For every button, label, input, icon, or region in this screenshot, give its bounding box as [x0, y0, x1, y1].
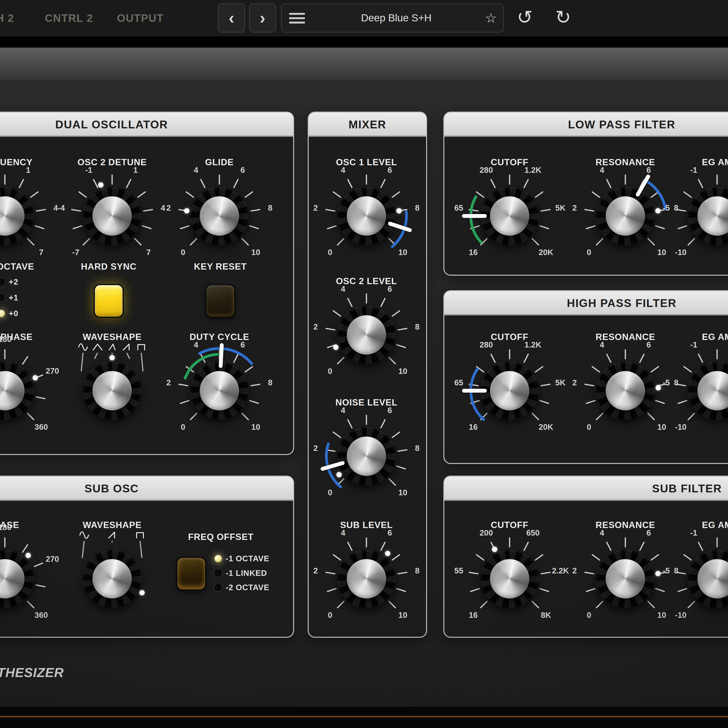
menu-icon[interactable]	[289, 11, 305, 26]
tick-mark	[676, 209, 686, 212]
octave-option-plus1[interactable]: +1	[0, 293, 18, 302]
knob-hpf-eg-amt[interactable]: EG AM-10-5-11510	[654, 327, 728, 454]
freq-offset-led-2	[214, 569, 222, 577]
knob-label-mixer-sub-level: SUB LEVEL	[303, 520, 430, 530]
knob-mixer-sub-level[interactable]: SUB LEVEL0246810	[303, 515, 430, 642]
knob-mixer-osc1-level[interactable]: OSC 1 LEVEL0246810	[303, 153, 430, 279]
freq-offset-option-label: -2 OCTAVE	[226, 583, 269, 592]
redo-icon[interactable]: ↻	[555, 4, 571, 31]
tick-mark	[687, 600, 695, 609]
knob-cap	[490, 371, 529, 410]
tick-mark	[584, 384, 595, 387]
tick-mark	[476, 554, 485, 561]
tick-label: 2	[313, 322, 318, 332]
tick-mark	[219, 174, 220, 185]
tick-mark	[26, 237, 34, 246]
knob-pointer	[184, 208, 190, 214]
tick-label: 2	[572, 378, 577, 387]
tab-output[interactable]: OUTPUT	[117, 12, 164, 24]
tab-synth-2[interactable]: TH 2	[0, 12, 14, 24]
tick-mark	[687, 237, 695, 246]
tick-mark	[26, 412, 34, 420]
tick-label: 8K	[541, 610, 551, 620]
tick-label: 0	[587, 610, 591, 620]
tick-mark	[200, 179, 206, 188]
tick-mark	[30, 191, 39, 198]
brand-text: THESIZER	[0, 665, 64, 680]
tick-mark	[34, 225, 44, 229]
octave-label: OCTAVE	[0, 262, 34, 272]
key-reset-button[interactable]	[205, 284, 236, 318]
favorite-star-icon[interactable]: ☆	[485, 11, 497, 26]
pulse-icon	[138, 344, 145, 350]
hard-sync-button[interactable]	[94, 284, 124, 318]
tick-mark	[5, 537, 6, 548]
tick-label: 8	[415, 322, 419, 332]
octave-option-label: +1	[9, 293, 18, 302]
tick-label: 10	[251, 248, 260, 257]
tick-mark	[531, 600, 539, 609]
octave-led-plus0	[0, 310, 5, 317]
tick-mark	[327, 588, 337, 592]
tick-mark	[683, 366, 692, 373]
freq-offset-button[interactable]	[176, 557, 206, 590]
tick-label: 16	[469, 610, 478, 620]
tick-mark	[332, 554, 341, 561]
undo-icon[interactable]: ↺	[517, 4, 533, 31]
tab-cntrl-2[interactable]: CNTRL 2	[45, 12, 93, 24]
knob-lpf-eg-amt[interactable]: EG AM-10-5-11510	[654, 153, 728, 279]
tick-mark	[595, 600, 604, 609]
tick-label: -1	[690, 340, 697, 349]
preset-field[interactable]: Deep Blue S+H ☆	[281, 3, 504, 32]
knob-hpf-cutoff[interactable]: CUTOFF16652801.2K5K20K	[447, 327, 573, 454]
knob-duty-cycle[interactable]: DUTY CYCLE0246810	[156, 327, 283, 454]
knob-glide[interactable]: GLIDE0246810	[156, 153, 283, 279]
knob-sub-eg-amt[interactable]: EG AM-10-5-11510	[654, 515, 728, 642]
tick-mark	[388, 356, 396, 364]
octave-option-plus2[interactable]: +2	[0, 277, 18, 287]
preset-next-button[interactable]: ›	[249, 3, 276, 32]
tick-label: 6	[387, 284, 392, 294]
hard-sync-label: HARD SYNC	[81, 262, 137, 272]
knob-mixer-noise-level[interactable]: NOISE LEVEL0246810	[303, 393, 430, 519]
tick-label: -5	[663, 378, 670, 387]
tick-label: 2	[166, 203, 171, 213]
knob-mixer-osc2-level[interactable]: OSC 2 LEVEL0246810	[303, 272, 430, 398]
freq-offset-option-minus1-octave[interactable]: -1 OCTAVE	[214, 554, 269, 563]
tick-mark	[591, 366, 600, 373]
freq-offset-option-minus1-linked[interactable]: -1 LINKED	[214, 569, 267, 578]
tick-mark	[26, 600, 34, 609]
octave-option-plus0[interactable]: +0	[0, 309, 18, 318]
octave-option-label: +0	[9, 309, 18, 318]
tick-mark	[388, 600, 396, 609]
tick-label: -1	[690, 165, 697, 175]
freq-offset-led-1	[214, 555, 222, 562]
knob-cap	[490, 196, 529, 236]
tick-mark	[5, 174, 6, 185]
bottom-frame	[0, 707, 728, 728]
octave-option-label: +2	[9, 277, 18, 287]
tick-label: 7	[39, 248, 43, 257]
tick-mark	[134, 237, 142, 246]
tick-label: -5	[663, 203, 670, 213]
knob-sub-waveshape[interactable]: WAVESHAPE	[49, 515, 175, 642]
freq-offset-label: FREQ OFFSET	[188, 532, 254, 542]
freq-offset-option-minus2-octave[interactable]: -2 OCTAVE	[214, 583, 269, 592]
tick-mark	[606, 353, 612, 363]
octave-led-plus2	[0, 278, 5, 286]
tick-label: 6	[647, 528, 651, 537]
top-toolbar: TH 2 CNTRL 2 OUTPUT ‹ › Deep Blue S+H ☆ …	[0, 0, 728, 37]
preset-prev-button[interactable]: ‹	[218, 3, 245, 32]
knob-pointer	[462, 389, 487, 393]
tick-mark	[509, 537, 510, 548]
tick-mark	[625, 537, 626, 548]
chevron-right-icon: ›	[260, 8, 265, 28]
tick-mark	[93, 179, 98, 188]
knob-sub-cutoff[interactable]: CUTOFF16552006502.2K8K	[447, 515, 573, 642]
knob-lpf-cutoff[interactable]: CUTOFF16652801.2K5K20K	[447, 153, 573, 279]
knob-label-mixer-osc2-level: OSC 2 LEVEL	[303, 276, 430, 286]
knob-cap	[92, 371, 132, 410]
freq-offset-option-label: -1 LINKED	[226, 569, 267, 578]
tick-label: 0	[328, 367, 332, 376]
tick-mark	[683, 554, 692, 561]
